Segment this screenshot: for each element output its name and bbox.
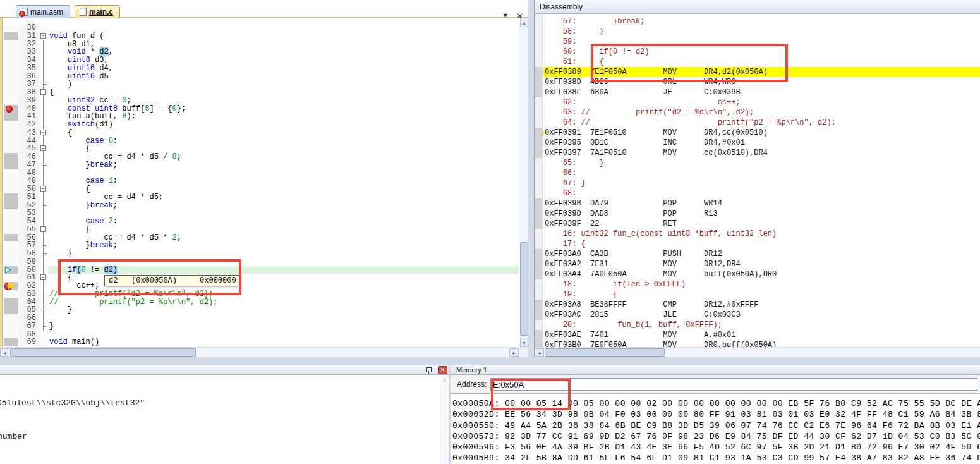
gutter-icon-cell[interactable]: [3, 234, 19, 242]
memory-row[interactable]: 0x00050A: 00 00 05 14 00 05 00 00 00 02 …: [452, 398, 980, 409]
output-console[interactable]: 051uTest\\stc32G\\obj\\test32"number: [0, 375, 440, 464]
output-vertical-scrollbar[interactable]: ˄: [440, 375, 449, 464]
fold-toggle-icon[interactable]: −: [40, 33, 46, 39]
gutter-icon-cell[interactable]: [3, 217, 19, 226]
gutter-icon-cell[interactable]: [3, 48, 19, 56]
fold-toggle-icon[interactable]: −: [40, 89, 46, 95]
gutter-icon-cell[interactable]: [3, 314, 19, 322]
disassembly-row[interactable]: 0xFF0397 7A1F0510 MOV cc(0x0510),DR4: [543, 148, 980, 158]
gutter-icon-cell[interactable]: [3, 274, 19, 282]
disassembly-row[interactable]: 0xFF0395 0B1C INC DR4,#0x01: [543, 138, 980, 148]
code-line[interactable]: 60 if(0 != d2): [3, 266, 519, 274]
gutter-icon-cell[interactable]: [3, 73, 19, 81]
gutter-icon-cell[interactable]: [3, 161, 19, 169]
memory-row[interactable]: 0x000596: F3 56 0E 4A 39 BF 2B D1 43 4E …: [452, 442, 980, 453]
gutter-icon-cell[interactable]: [3, 322, 19, 331]
code-line[interactable]: 66: [3, 314, 519, 322]
scroll-down-icon[interactable]: ▼: [520, 338, 528, 347]
gutter-icon-cell[interactable]: [3, 145, 19, 153]
disassembly-row[interactable]: 18: if(len > 0xFFFF): [543, 279, 980, 290]
gutter-icon-cell[interactable]: [3, 202, 19, 210]
code-line[interactable]: 58 }: [3, 250, 519, 258]
disassembly-row[interactable]: 64: // printf("p2 = %p\r\n", d2);: [543, 118, 980, 128]
pin-icon[interactable]: [425, 367, 432, 374]
gutter-icon-cell[interactable]: [3, 266, 19, 274]
disassembly-row[interactable]: 0xFF03A4 7A0F050A MOV buff(0x050A),DR0: [543, 269, 980, 279]
disassembly-row[interactable]: 66:: [543, 168, 980, 178]
breakpoint-icon[interactable]: [6, 106, 13, 113]
gutter-icon-cell[interactable]: [3, 331, 19, 339]
disassembly-row[interactable]: 63: // printf("d2 = %d\r\n", d2);: [543, 107, 980, 118]
disassembly-row[interactable]: 68:: [543, 188, 980, 198]
gutter-icon-cell[interactable]: [3, 185, 19, 193]
gutter-icon-cell[interactable]: [3, 193, 19, 202]
gutter-icon-cell[interactable]: [3, 241, 19, 250]
gutter-icon-cell[interactable]: [3, 209, 19, 217]
code-line[interactable]: 42 switch(d1): [3, 121, 519, 129]
disassembly-row[interactable]: 19: {: [543, 290, 980, 300]
disassembly-row[interactable]: 65: }: [543, 158, 980, 168]
disassembly-row[interactable]: 0xFF0389 7E1F050A MOV DR4,d2(0x050A): [543, 67, 980, 77]
memory-row[interactable]: 0x000573: 92 3D 77 CC 91 69 9D D2 67 76 …: [452, 431, 980, 442]
disassembly-row[interactable]: 0xFF03A8 BE38FFFF CMP DR12,#0xFFFF: [543, 300, 980, 310]
gutter-icon-cell[interactable]: [3, 258, 19, 266]
memory-row[interactable]: 0x0005B9: 34 2F 5B 8A DD 61 5F F6 54 6F …: [452, 453, 980, 463]
disassembly-row[interactable]: 60: if(0 != d2): [543, 47, 980, 57]
gutter-icon-cell[interactable]: [3, 290, 19, 298]
gutter-icon-cell[interactable]: [3, 137, 19, 145]
scroll-up-icon[interactable]: ▲: [520, 18, 528, 27]
fold-toggle-icon[interactable]: −: [40, 186, 46, 192]
horizontal-splitter[interactable]: [0, 357, 980, 365]
gutter-icon-cell[interactable]: [3, 129, 19, 137]
close-icon[interactable]: ✕: [438, 366, 447, 374]
disassembly-row[interactable]: 0xFF038F 680A JE C:0x039B: [543, 87, 980, 97]
disassembly-row[interactable]: 0xFF038D 4D23 ORL WR4,WR6: [543, 77, 980, 87]
gutter-icon-cell[interactable]: [3, 105, 19, 113]
gutter-icon-cell[interactable]: [3, 298, 19, 307]
gutter-icon-cell[interactable]: [3, 32, 19, 40]
fold-toggle-icon[interactable]: −: [40, 130, 46, 135]
gutter-icon-cell[interactable]: [3, 24, 19, 32]
disassembly-horizontal-scrollbar[interactable]: ◄: [535, 347, 980, 357]
disassembly-row[interactable]: 61: {: [543, 57, 980, 67]
editor-vertical-scrollbar[interactable]: ▲ ▼: [519, 18, 528, 347]
fold-toggle-icon[interactable]: −: [40, 145, 46, 151]
disassembly-row[interactable]: 0xFF03A2 7F31 MOV DR12,DR4: [543, 259, 980, 269]
gutter-icon-cell[interactable]: [3, 338, 19, 346]
disassembly-row[interactable]: 62: cc++;: [543, 97, 980, 107]
disassembly-row[interactable]: 57: }break;: [543, 16, 980, 27]
scroll-up-icon[interactable]: ˄: [440, 376, 449, 385]
memory-row[interactable]: 0x000550: 49 A4 5A 2B 36 38 84 6B BE C9 …: [452, 420, 980, 431]
code-line[interactable]: 36 uint16 d5: [3, 73, 519, 81]
disassembly-row[interactable]: 0xFF039D DAD8 POP R13: [543, 209, 980, 219]
code-line[interactable]: 69void main(): [3, 338, 519, 346]
gutter-icon-cell[interactable]: [3, 56, 19, 64]
gutter-icon-cell[interactable]: [3, 169, 19, 178]
editor-horizontal-scrollbar[interactable]: ◄ ►: [0, 347, 519, 357]
disassembly-row[interactable]: 59:: [543, 37, 980, 47]
disassembly-row[interactable]: 0xFF039B DA79 POP WR14: [543, 198, 980, 209]
code-line[interactable]: 59: [3, 258, 519, 266]
gutter-icon-cell[interactable]: [3, 89, 19, 97]
scroll-left-icon[interactable]: ◄: [0, 348, 9, 357]
disassembly-row[interactable]: 0xFF03AC 2815 JLE C:0x03C3: [543, 310, 980, 320]
disassembly-row[interactable]: 17: {: [543, 239, 980, 249]
fold-toggle-icon[interactable]: −: [40, 274, 46, 280]
fold-toggle-icon[interactable]: −: [40, 226, 46, 232]
gutter-icon-cell[interactable]: [3, 177, 19, 185]
code-line[interactable]: 64// printf("p2 = %p\r\n", d2);: [3, 298, 519, 307]
gutter-icon-cell[interactable]: [3, 306, 19, 314]
gutter-icon-cell[interactable]: [3, 40, 19, 49]
gutter-icon-cell[interactable]: [3, 113, 19, 121]
disassembly-row[interactable]: 20: fun_b(1, buff, 0xFFFF);: [543, 320, 980, 330]
address-input[interactable]: [490, 378, 977, 391]
disassembly-margin[interactable]: [535, 14, 543, 347]
disassembly-row[interactable]: 0xFF03A0 CA3B PUSH DR12: [543, 249, 980, 259]
vertical-splitter[interactable]: [528, 0, 534, 357]
code-line[interactable]: 52 }break;: [3, 202, 519, 210]
disassembly-row[interactable]: 0xFF03B0 7E0F050A MOV DR0,buff(0x050A): [543, 340, 980, 347]
scroll-right-icon[interactable]: ►: [509, 348, 519, 357]
code-line[interactable]: 47 }break;: [3, 161, 519, 169]
gutter-icon-cell[interactable]: [3, 97, 19, 105]
memory-row[interactable]: 0x00052D: EE 56 34 3D 98 0B 04 F0 03 00 …: [452, 409, 980, 420]
